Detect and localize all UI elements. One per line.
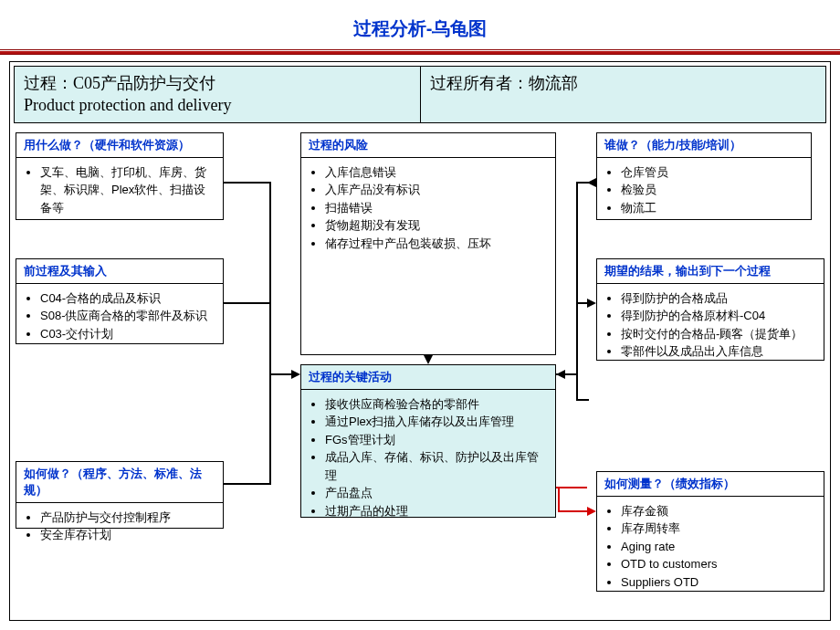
list-item: 物流工 <box>621 199 805 217</box>
connector-line <box>576 182 578 401</box>
connector-line <box>224 302 271 304</box>
box-who: 谁做？（能力/技能/培训） 仓库管员检验员物流工 <box>596 132 812 220</box>
owner-label: 过程所有者：物流部 <box>430 72 817 94</box>
list-item: FGs管理计划 <box>325 431 550 449</box>
box-risks: 过程的风险 入库信息错误入库产品没有标识扫描错误货物超期没有发现储存过程中产品包… <box>300 132 556 355</box>
list-item: 叉车、电脑、打印机、库房、货架、标识牌、Plex软件、扫描设备等 <box>40 163 217 217</box>
arrow-right-red-icon <box>587 507 596 516</box>
list-item: S08-供应商合格的零部件及标识 <box>40 307 217 325</box>
diagram-container: 过程：C05产品防护与交付 Product protection and del… <box>9 61 831 621</box>
arrow-down-icon <box>424 355 433 364</box>
list-item: 按时交付的合格品-顾客（提货单） <box>621 325 818 343</box>
box-input: 前过程及其输入 C04-合格的成品及标识S08-供应商合格的零部件及标识C03-… <box>16 258 224 344</box>
list-item: 储存过程中产品包装破损、压坏 <box>325 235 550 253</box>
box-output-header: 期望的结果，输出到下一个过程 <box>597 259 824 284</box>
process-cell: 过程：C05产品防护与交付 Product protection and del… <box>15 67 421 122</box>
list-item: 接收供应商检验合格的零部件 <box>325 395 550 414</box>
list-item: 货物超期没有发现 <box>325 216 550 235</box>
turtle-diagram: 用什么做？（硬件和软件资源） 叉车、电脑、打印机、库房、货架、标识牌、Plex软… <box>14 127 826 616</box>
owner-cell: 过程所有者：物流部 <box>421 67 826 122</box>
box-how-body: 产品防护与交付控制程序安全库存计划 <box>16 503 223 550</box>
box-output: 期望的结果，输出到下一个过程 得到防护的合格成品得到防护的合格原材料-C04按时… <box>596 258 824 361</box>
connector-line-red <box>556 487 587 488</box>
box-resources: 用什么做？（硬件和软件资源） 叉车、电脑、打印机、库房、货架、标识牌、Plex软… <box>16 132 224 220</box>
list-item: 得到防护的合格原材料-C04 <box>621 307 818 325</box>
box-who-header: 谁做？（能力/技能/培训） <box>597 133 811 158</box>
list-item: 扫描错误 <box>325 199 550 217</box>
list-item: OTD to customers <box>621 555 818 573</box>
title-rule <box>0 50 840 54</box>
list-item: 入库产品没有标识 <box>325 181 550 199</box>
box-measure: 如何测量？（绩效指标） 库存金额库存周转率Aging rateOTD to cu… <box>596 471 824 592</box>
box-measure-body: 库存金额库存周转率Aging rateOTD to customersSuppl… <box>597 497 824 597</box>
header-row: 过程：C05产品防护与交付 Product protection and del… <box>14 66 826 123</box>
page-title: 过程分析-乌龟图 <box>0 0 840 50</box>
box-risks-header: 过程的风险 <box>301 133 555 158</box>
box-risks-body: 入库信息错误入库产品没有标识扫描错误货物超期没有发现储存过程中产品包装破损、压坏 <box>301 158 555 258</box>
list-item: 成品入库、存储、标识、防护以及出库管理 <box>325 448 550 484</box>
box-key-header: 过程的关键活动 <box>301 365 555 390</box>
list-item: 库存金额 <box>621 502 818 520</box>
process-en: Product protection and delivery <box>24 94 411 116</box>
list-item: 检验员 <box>621 181 805 199</box>
list-item: 过期产品的处理 <box>325 502 550 520</box>
arrow-left-icon <box>587 178 596 187</box>
list-item: 入库信息错误 <box>325 163 550 182</box>
arrow-right-icon <box>587 299 596 308</box>
box-how-header: 如何做？（程序、方法、标准、法规） <box>16 462 223 503</box>
box-key-body: 接收供应商检验合格的零部件通过Plex扫描入库储存以及出库管理FGs管理计划成品… <box>301 390 555 526</box>
connector-line <box>224 182 271 184</box>
box-input-body: C04-合格的成品及标识S08-供应商合格的零部件及标识C03-交付计划 <box>16 284 223 349</box>
list-item: 产品盘点 <box>325 484 550 502</box>
list-item: 通过Plex扫描入库储存以及出库管理 <box>325 413 550 431</box>
connector-line-red <box>558 487 560 512</box>
connector-line-red <box>558 510 589 512</box>
list-item: 仓库管员 <box>621 163 805 182</box>
box-resources-header: 用什么做？（硬件和软件资源） <box>16 133 223 158</box>
box-resources-body: 叉车、电脑、打印机、库房、货架、标识牌、Plex软件、扫描设备等 <box>16 158 223 223</box>
list-item: C03-交付计划 <box>40 325 217 343</box>
connector-line <box>576 399 589 401</box>
box-key-activities: 过程的关键活动 接收供应商检验合格的零部件通过Plex扫描入库储存以及出库管理F… <box>300 364 556 518</box>
box-how: 如何做？（程序、方法、标准、法规） 产品防护与交付控制程序安全库存计划 <box>16 461 224 529</box>
list-item: Aging rate <box>621 538 818 556</box>
list-item: Suppliers OTD <box>621 573 818 592</box>
list-item: 产品防护与交付控制程序 <box>40 509 217 527</box>
connector-line <box>269 373 291 375</box>
box-who-body: 仓库管员检验员物流工 <box>597 158 811 223</box>
arrow-left-icon <box>556 370 565 379</box>
box-input-header: 前过程及其输入 <box>16 259 223 284</box>
process-label: 过程：C05产品防护与交付 <box>24 72 411 94</box>
arrow-right-icon <box>291 370 300 379</box>
box-output-body: 得到防护的合格成品得到防护的合格原材料-C04按时交付的合格品-顾客（提货单）零… <box>597 284 824 366</box>
box-measure-header: 如何测量？（绩效指标） <box>597 472 824 497</box>
list-item: C04-合格的成品及标识 <box>40 289 217 308</box>
list-item: 零部件以及成品出入库信息 <box>621 342 818 361</box>
connector-line <box>269 182 271 483</box>
list-item: 库存周转率 <box>621 520 818 538</box>
connector-line <box>224 483 271 485</box>
list-item: 得到防护的合格成品 <box>621 289 818 308</box>
list-item: 安全库存计划 <box>40 526 217 544</box>
